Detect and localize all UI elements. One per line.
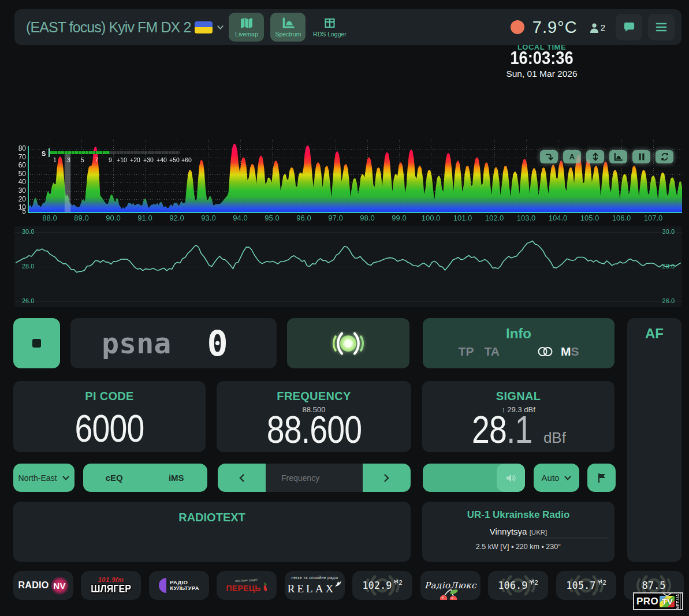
server-title: (EAST focus) Kyiv FM DX 2 bbox=[26, 19, 191, 36]
ps-name-value: psna bbox=[102, 327, 171, 360]
antenna-selected: North-East bbox=[18, 473, 57, 483]
frequency-title: FREQUENCY bbox=[277, 390, 351, 403]
flag-blue-stripe bbox=[195, 21, 213, 28]
signal-unit: dBf bbox=[543, 429, 566, 446]
station-logos-row: RADIO NV 101.9fm ШЛЯГЕР РАДІОКУЛЬТУРА ст… bbox=[13, 571, 684, 600]
station-logo-shlyager[interactable]: 101.9fm ШЛЯГЕР bbox=[81, 571, 141, 600]
frequency-up-button[interactable] bbox=[363, 464, 411, 492]
station-logo-radio-nv[interactable]: RADIO NV bbox=[13, 571, 73, 600]
af-title: AF bbox=[627, 326, 681, 342]
af-list-panel: AF bbox=[627, 318, 681, 562]
generic-frequency-text: 102.9 bbox=[362, 580, 392, 591]
nav-spectrum-label: Spectrum bbox=[275, 31, 301, 38]
ims-toggle-button[interactable]: iMS bbox=[146, 473, 208, 483]
signal-panel: SIGNAL ↑ 29.3 dBf 28.1 dBf bbox=[422, 381, 614, 452]
flag-icon bbox=[597, 473, 606, 483]
audio-status-panel[interactable] bbox=[287, 318, 409, 368]
rf-spectrum-graph[interactable] bbox=[14, 140, 682, 225]
protv-tv-text: TV bbox=[662, 596, 673, 606]
station-logo-radio-relax[interactable]: легке та спокійне радіо RELAX bbox=[285, 571, 345, 600]
area-chart-icon bbox=[614, 153, 623, 161]
radiotext-title: RADIOTEXT bbox=[13, 511, 411, 524]
ps-errors-value: 0 bbox=[207, 323, 228, 364]
map-icon bbox=[240, 17, 253, 29]
nav-livemap-button[interactable]: Livemap bbox=[229, 13, 264, 42]
generic-frequency-text: 106.9 bbox=[498, 580, 527, 591]
spectrum-pause-button[interactable] bbox=[632, 150, 650, 163]
chat-bubble-icon bbox=[623, 21, 635, 33]
station-logo-perets-fm[interactable]: стильне радіо ПЕРЕЦЬ bbox=[217, 571, 277, 600]
user-icon bbox=[589, 23, 599, 33]
chevron-down-icon bbox=[564, 476, 571, 480]
chevron-left-icon bbox=[239, 474, 244, 482]
bandwidth-selected: Auto bbox=[542, 473, 560, 483]
generic-frequency-text: 87.5 bbox=[642, 580, 666, 591]
signal-value-row: 28.1 dBf bbox=[471, 414, 566, 453]
tx-count-value: 2 bbox=[399, 579, 403, 586]
spectrum-refresh-button[interactable] bbox=[656, 150, 673, 163]
letter-a-icon: A bbox=[569, 153, 575, 160]
frequency-input[interactable] bbox=[266, 473, 363, 483]
play-stop-button[interactable] bbox=[13, 318, 60, 368]
shlyager-logo: 101.9fm ШЛЯГЕР bbox=[87, 577, 135, 594]
stop-icon bbox=[32, 339, 41, 348]
volume-slider[interactable] bbox=[423, 464, 525, 492]
chili-pepper-icon bbox=[262, 583, 267, 593]
antenna-selector[interactable]: North-East bbox=[13, 464, 75, 492]
nav-rds-logger-button[interactable]: RDS Logger bbox=[312, 13, 347, 42]
station-logo-105-7[interactable]: 105.7 2 bbox=[556, 571, 616, 600]
spectrum-graph-style-button[interactable] bbox=[609, 150, 627, 163]
chat-button[interactable] bbox=[616, 14, 642, 40]
eq-toggle-button[interactable]: cEQ bbox=[83, 473, 146, 483]
refresh-icon bbox=[661, 153, 669, 160]
volume-slider-knob[interactable] bbox=[497, 464, 525, 492]
top-bar: (EAST focus) Kyiv FM DX 2 Livemap Spectr… bbox=[14, 9, 681, 45]
chevron-right-icon bbox=[384, 474, 389, 482]
spectrum-autorange-button[interactable]: A bbox=[563, 150, 581, 163]
transmitter-count: 2 bbox=[597, 579, 606, 586]
pi-code-panel: PI CODE 6000 bbox=[13, 381, 206, 452]
report-flag-button[interactable] bbox=[587, 464, 616, 492]
flag-yellow-stripe bbox=[195, 27, 213, 33]
station-logo-102-9[interactable]: 102.9 2 bbox=[352, 571, 412, 600]
spectrum-vertical-scale-button[interactable] bbox=[586, 150, 604, 163]
eq-ims-toggle: cEQ iMS bbox=[83, 464, 207, 492]
speaker-icon bbox=[505, 473, 517, 483]
protv-domain: NET.UA bbox=[676, 593, 681, 609]
mono-flag: M bbox=[561, 345, 571, 359]
protv-tv-icon: TV bbox=[660, 596, 675, 607]
tv-antenna-icon bbox=[662, 592, 672, 596]
frequency-down-button[interactable] bbox=[218, 464, 266, 492]
nv-badge: NV bbox=[51, 577, 69, 595]
topbar-right: 7.9°C 2 bbox=[511, 14, 675, 40]
menu-button[interactable] bbox=[648, 14, 675, 40]
kultura-line2: КУЛЬТУРА bbox=[170, 585, 199, 592]
server-name-dropdown[interactable]: (EAST focus) Kyiv FM DX 2 bbox=[26, 19, 224, 36]
station-divider bbox=[519, 537, 609, 539]
shlyager-name: ШЛЯГЕР bbox=[91, 583, 131, 594]
area-chart-icon bbox=[282, 17, 295, 29]
nav-spectrum-button[interactable]: Spectrum bbox=[270, 13, 306, 42]
stereo-icon bbox=[538, 346, 553, 357]
bandwidth-selector[interactable]: Auto bbox=[534, 464, 579, 492]
nav-rds-logger-label: RDS Logger bbox=[313, 31, 347, 38]
frequency-stepper bbox=[218, 464, 411, 492]
tx-count-value: 2 bbox=[603, 579, 606, 586]
relax-tagline: легке та спокійне радіо bbox=[285, 576, 345, 580]
station-logo-radio-kultura[interactable]: РАДІОКУЛЬТУРА bbox=[149, 571, 209, 600]
protv-pro-text: PRO bbox=[636, 596, 658, 607]
ps-name-panel: psna 0 bbox=[70, 318, 277, 368]
ta-flag: TA bbox=[484, 345, 499, 359]
kultura-logo: РАДІОКУЛЬТУРА bbox=[159, 578, 199, 593]
signal-history-graph bbox=[14, 226, 682, 307]
station-country: [UKR] bbox=[530, 529, 548, 536]
nav-livemap-label: Livemap bbox=[235, 31, 258, 38]
station-logo-106-9[interactable]: 106.9 2 bbox=[488, 571, 548, 600]
perets-name-text: ПЕРЕЦЬ bbox=[226, 584, 260, 593]
station-logo-radio-lux[interactable]: РадіоЛюкс bbox=[420, 571, 481, 600]
listener-count-value: 2 bbox=[601, 23, 605, 32]
frequency-panel[interactable]: FREQUENCY 88.500 88.600 bbox=[217, 381, 411, 452]
chevron-down-icon bbox=[217, 24, 224, 31]
spectrum-snap-to-peak-button[interactable] bbox=[540, 150, 558, 163]
perets-name: ПЕРЕЦЬ bbox=[226, 583, 267, 593]
